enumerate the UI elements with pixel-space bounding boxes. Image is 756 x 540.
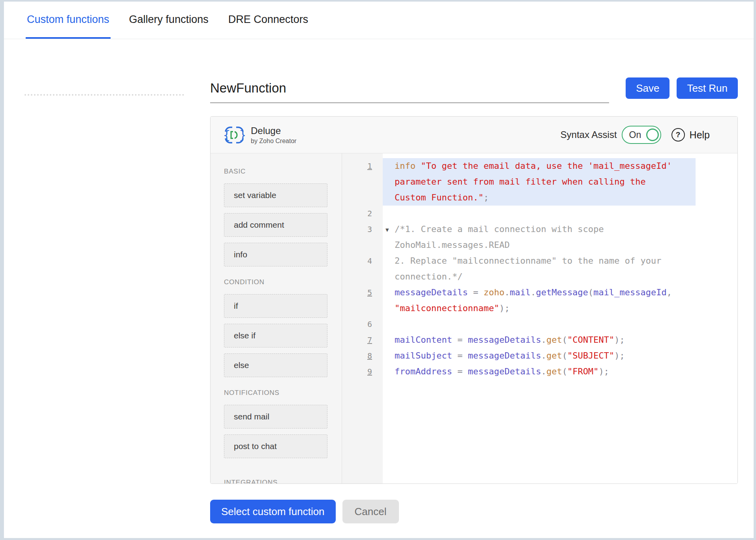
tab-custom-functions[interactable]: Custom functions (26, 2, 111, 39)
tab-dre-connectors[interactable]: DRE Connectors (227, 2, 310, 39)
code-line-9: 9fromAddress = messageDetails.get("FROM"… (342, 364, 737, 380)
deluge-logo-title: Deluge (251, 125, 297, 136)
footer-actions: Select custom function Cancel (210, 500, 738, 523)
line-number-8: 8 (342, 348, 383, 364)
deluge-logo-subtitle: by Zoho Creator (251, 138, 297, 145)
help-button[interactable]: ? Help (671, 128, 710, 142)
page-title: NewFunction (210, 77, 286, 99)
code-row: mailContent = messageDetails.get("CONTEN… (383, 332, 696, 348)
line-number-9: 9 (342, 364, 383, 380)
cancel-button[interactable]: Cancel (342, 500, 399, 523)
code-line-content[interactable] (383, 316, 696, 332)
toggle-state-label: On (629, 130, 641, 140)
title-row: NewFunction Save Test Run (210, 77, 738, 99)
syntax-assist-toggle[interactable]: On (622, 126, 661, 144)
code-line-content[interactable]: fromAddress = messageDetails.get("FROM")… (383, 364, 696, 380)
code-row (383, 316, 696, 332)
line-number-4: 4 (342, 253, 383, 285)
code-row: connection.*/ (383, 269, 696, 285)
palette-item-send-mail[interactable]: send mail (224, 405, 327, 429)
code-line-5: 5messageDetails = zoho.mail.getMessage(m… (342, 285, 737, 316)
code-line-content[interactable]: mailSubject = messageDetails.get("SUBJEC… (383, 348, 696, 364)
page: Custom functionsGallery functionsDRE Con… (4, 2, 754, 538)
palette-item-if[interactable]: if (224, 294, 327, 318)
code-line-content[interactable] (383, 206, 696, 221)
save-button[interactable]: Save (626, 77, 669, 99)
code-row: parameter sent from mail filter when cal… (383, 174, 696, 190)
palette-item-else[interactable]: else (224, 353, 327, 377)
question-mark-icon: ? (671, 128, 685, 142)
code-row: /*1. Create a mail connection with scope (383, 221, 696, 237)
code-line-2: 2 (342, 206, 737, 221)
deluge-logo-icon: { } (224, 124, 245, 145)
palette-item-else-if[interactable]: else if (224, 324, 327, 347)
palette-section-basic: BASIC (224, 168, 327, 176)
help-label: Help (690, 129, 710, 141)
line-number-3: 3 (342, 221, 383, 253)
palette-item-info[interactable]: info (224, 243, 327, 266)
code-row: mailSubject = messageDetails.get("SUBJEC… (383, 348, 696, 364)
code-line-3: 3▼/*1. Create a mail connection with sco… (342, 221, 737, 253)
palette-section-notifications: NOTIFICATIONS (224, 389, 327, 397)
code-row: info "To get the email data, use the 'ma… (383, 158, 696, 174)
code-row: messageDetails = zoho.mail.getMessage(ma… (383, 285, 696, 300)
title-underline (210, 102, 609, 103)
line-number-2: 2 (342, 206, 383, 221)
syntax-assist-label: Syntax Assist (560, 129, 617, 140)
logo-text: Deluge by Zoho Creator (251, 125, 297, 145)
editor-header-controls: Syntax Assist On ? Help (560, 126, 710, 144)
palette-section-integrations: INTEGRATIONS (224, 479, 327, 483)
palette-item-post-to-chat[interactable]: post to chat (224, 434, 327, 458)
code-line-1: 1info "To get the email data, use the 'm… (342, 158, 737, 206)
line-number-1: 1 (342, 158, 383, 206)
tab-bar: Custom functionsGallery functionsDRE Con… (4, 2, 754, 39)
placeholder-dotted-line (24, 94, 184, 96)
content-area: NewFunction Save Test Run (4, 77, 754, 538)
deluge-logo: { } Deluge by Zoho Creator (224, 124, 297, 145)
palette-item-add-comment[interactable]: add comment (224, 213, 327, 237)
editor-header: { } Deluge by Zoho Creator Syntax Assist (211, 117, 737, 153)
line-number-7: 7 (342, 332, 383, 348)
svg-text:}: } (239, 128, 245, 142)
palette-section-condition: CONDITION (224, 278, 327, 286)
deluge-snippet-palette: BASICset variableadd commentinfoCONDITIO… (211, 153, 342, 483)
line-number-5: 5 (342, 285, 383, 316)
svg-text:{: { (224, 128, 231, 142)
palette-item-set-variable[interactable]: set variable (224, 183, 327, 207)
function-editor-panel: NewFunction Save Test Run (210, 77, 738, 523)
fold-arrow-icon[interactable]: ▼ (386, 221, 389, 238)
code-line-6: 6 (342, 316, 737, 332)
code-line-content[interactable]: mailContent = messageDetails.get("CONTEN… (383, 332, 696, 348)
line-number-6: 6 (342, 316, 383, 332)
code-line-content[interactable]: ▼/*1. Create a mail connection with scop… (383, 221, 696, 253)
code-line-content[interactable]: messageDetails = zoho.mail.getMessage(ma… (383, 285, 696, 316)
code-line-7: 7mailContent = messageDetails.get("CONTE… (342, 332, 737, 348)
tab-gallery-functions[interactable]: Gallery functions (128, 2, 210, 39)
code-row: fromAddress = messageDetails.get("FROM")… (383, 364, 696, 380)
select-custom-function-button[interactable]: Select custom function (210, 500, 336, 523)
editor-body: BASICset variableadd commentinfoCONDITIO… (211, 153, 737, 483)
test-run-button[interactable]: Test Run (677, 77, 738, 99)
toggle-knob-icon (646, 128, 659, 141)
code-line-4: 42. Replace "mailconnectionname" to the … (342, 253, 737, 285)
code-editor[interactable]: 1info "To get the email data, use the 'm… (342, 153, 737, 483)
code-row: Custom Function."; (383, 190, 696, 206)
code-line-content[interactable]: info "To get the email data, use the 'ma… (383, 158, 696, 206)
code-line-8: 8mailSubject = messageDetails.get("SUBJE… (342, 348, 737, 364)
code-row: "mailconnectionname"); (383, 300, 696, 316)
code-row: 2. Replace "mailconnectionname" to the n… (383, 253, 696, 269)
code-row (383, 206, 696, 221)
code-row: ZohoMail.messages.READ (383, 237, 696, 253)
title-actions: Save Test Run (619, 77, 738, 99)
deluge-editor: { } Deluge by Zoho Creator Syntax Assist (210, 116, 738, 484)
code-line-content[interactable]: 2. Replace "mailconnectionname" to the n… (383, 253, 696, 285)
